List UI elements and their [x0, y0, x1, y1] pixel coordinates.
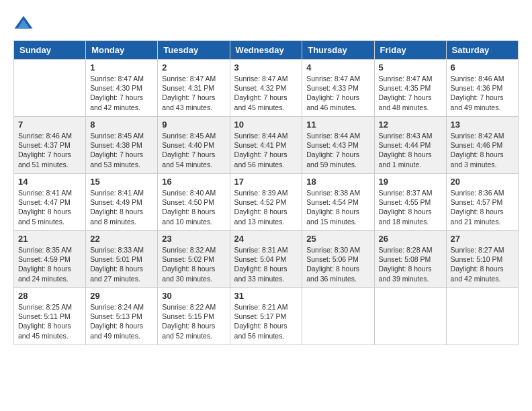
day-info: Sunrise: 8:45 AMSunset: 4:40 PMDaylight:…	[162, 131, 225, 169]
day-info: Sunrise: 8:32 AMSunset: 5:02 PMDaylight:…	[162, 245, 225, 283]
day-number: 13	[451, 120, 514, 130]
day-info: Sunrise: 8:36 AMSunset: 4:57 PMDaylight:…	[451, 188, 514, 226]
day-number: 29	[90, 291, 153, 301]
day-info: Sunrise: 8:45 AMSunset: 4:38 PMDaylight:…	[90, 131, 153, 169]
day-number: 23	[162, 234, 225, 244]
day-number: 9	[162, 120, 225, 130]
day-info: Sunrise: 8:22 AMSunset: 5:15 PMDaylight:…	[162, 302, 225, 340]
day-number: 14	[18, 177, 81, 187]
day-number: 19	[379, 177, 442, 187]
day-info: Sunrise: 8:28 AMSunset: 5:08 PMDaylight:…	[379, 245, 442, 283]
day-number: 31	[234, 291, 298, 301]
header	[13, 13, 519, 34]
calendar-cell: 8Sunrise: 8:45 AMSunset: 4:38 PMDaylight…	[86, 117, 158, 174]
day-info: Sunrise: 8:41 AMSunset: 4:47 PMDaylight:…	[18, 188, 81, 226]
calendar-cell: 25Sunrise: 8:30 AMSunset: 5:06 PMDayligh…	[302, 231, 374, 288]
calendar-cell: 13Sunrise: 8:42 AMSunset: 4:46 PMDayligh…	[446, 117, 518, 174]
calendar-cell: 26Sunrise: 8:28 AMSunset: 5:08 PMDayligh…	[374, 231, 446, 288]
calendar-week-row: 28Sunrise: 8:25 AMSunset: 5:11 PMDayligh…	[14, 288, 519, 345]
day-info: Sunrise: 8:47 AMSunset: 4:35 PMDaylight:…	[379, 74, 442, 112]
day-number: 27	[451, 234, 514, 244]
day-number: 30	[162, 291, 225, 301]
weekday-header-sunday: Sunday	[14, 41, 86, 60]
day-info: Sunrise: 8:39 AMSunset: 4:52 PMDaylight:…	[234, 188, 298, 226]
calendar-cell: 19Sunrise: 8:37 AMSunset: 4:55 PMDayligh…	[374, 174, 446, 231]
calendar-cell: 20Sunrise: 8:36 AMSunset: 4:57 PMDayligh…	[446, 174, 518, 231]
day-info: Sunrise: 8:38 AMSunset: 4:54 PMDaylight:…	[306, 188, 369, 226]
calendar-cell	[14, 60, 86, 117]
day-number: 16	[162, 177, 225, 187]
calendar-cell: 14Sunrise: 8:41 AMSunset: 4:47 PMDayligh…	[14, 174, 86, 231]
day-number: 4	[306, 62, 369, 73]
calendar-cell: 29Sunrise: 8:24 AMSunset: 5:13 PMDayligh…	[86, 288, 158, 345]
day-number: 21	[18, 234, 81, 244]
day-number: 5	[379, 62, 442, 73]
day-info: Sunrise: 8:27 AMSunset: 5:10 PMDaylight:…	[451, 245, 514, 283]
day-number: 12	[379, 120, 442, 130]
day-info: Sunrise: 8:30 AMSunset: 5:06 PMDaylight:…	[306, 245, 369, 283]
day-info: Sunrise: 8:21 AMSunset: 5:17 PMDaylight:…	[234, 302, 298, 340]
calendar-cell	[302, 288, 374, 345]
weekday-header-wednesday: Wednesday	[230, 41, 302, 60]
day-info: Sunrise: 8:47 AMSunset: 4:30 PMDaylight:…	[90, 74, 153, 112]
day-number: 8	[90, 120, 153, 130]
calendar-cell	[374, 288, 446, 345]
day-info: Sunrise: 8:40 AMSunset: 4:50 PMDaylight:…	[162, 188, 225, 226]
calendar-week-row: 1Sunrise: 8:47 AMSunset: 4:30 PMDaylight…	[14, 60, 519, 117]
day-number: 11	[306, 120, 369, 130]
day-info: Sunrise: 8:35 AMSunset: 4:59 PMDaylight:…	[18, 245, 81, 283]
day-number: 17	[234, 177, 298, 187]
day-info: Sunrise: 8:25 AMSunset: 5:11 PMDaylight:…	[18, 302, 81, 340]
calendar-cell: 24Sunrise: 8:31 AMSunset: 5:04 PMDayligh…	[230, 231, 302, 288]
day-info: Sunrise: 8:37 AMSunset: 4:55 PMDaylight:…	[379, 188, 442, 226]
calendar-cell: 12Sunrise: 8:43 AMSunset: 4:44 PMDayligh…	[374, 117, 446, 174]
day-number: 3	[234, 62, 298, 73]
weekday-header-saturday: Saturday	[446, 41, 518, 60]
day-info: Sunrise: 8:33 AMSunset: 5:01 PMDaylight:…	[90, 245, 153, 283]
day-info: Sunrise: 8:47 AMSunset: 4:33 PMDaylight:…	[306, 74, 369, 112]
day-number: 24	[234, 234, 298, 244]
day-number: 7	[18, 120, 81, 130]
weekday-header-friday: Friday	[374, 41, 446, 60]
day-number: 20	[451, 177, 514, 187]
day-info: Sunrise: 8:46 AMSunset: 4:36 PMDaylight:…	[451, 74, 514, 112]
day-info: Sunrise: 8:46 AMSunset: 4:37 PMDaylight:…	[18, 131, 81, 169]
day-number: 26	[379, 234, 442, 244]
calendar-cell: 15Sunrise: 8:41 AMSunset: 4:49 PMDayligh…	[86, 174, 158, 231]
day-number: 18	[306, 177, 369, 187]
calendar-cell: 5Sunrise: 8:47 AMSunset: 4:35 PMDaylight…	[374, 60, 446, 117]
day-number: 2	[162, 62, 225, 73]
day-info: Sunrise: 8:44 AMSunset: 4:41 PMDaylight:…	[234, 131, 298, 169]
weekday-header-row: SundayMondayTuesdayWednesdayThursdayFrid…	[14, 41, 519, 60]
day-number: 25	[306, 234, 369, 244]
calendar-cell: 23Sunrise: 8:32 AMSunset: 5:02 PMDayligh…	[158, 231, 230, 288]
logo	[13, 13, 36, 34]
day-number: 28	[18, 291, 81, 301]
day-number: 1	[90, 62, 153, 73]
calendar-cell	[446, 288, 518, 345]
calendar-cell: 2Sunrise: 8:47 AMSunset: 4:31 PMDaylight…	[158, 60, 230, 117]
weekday-header-tuesday: Tuesday	[158, 41, 230, 60]
day-number: 10	[234, 120, 298, 130]
calendar-table: SundayMondayTuesdayWednesdayThursdayFrid…	[13, 40, 519, 345]
calendar-cell: 30Sunrise: 8:22 AMSunset: 5:15 PMDayligh…	[158, 288, 230, 345]
calendar-cell: 18Sunrise: 8:38 AMSunset: 4:54 PMDayligh…	[302, 174, 374, 231]
calendar-cell: 21Sunrise: 8:35 AMSunset: 4:59 PMDayligh…	[14, 231, 86, 288]
day-number: 22	[90, 234, 153, 244]
calendar-cell: 31Sunrise: 8:21 AMSunset: 5:17 PMDayligh…	[230, 288, 302, 345]
day-info: Sunrise: 8:24 AMSunset: 5:13 PMDaylight:…	[90, 302, 153, 340]
calendar-cell: 27Sunrise: 8:27 AMSunset: 5:10 PMDayligh…	[446, 231, 518, 288]
day-number: 15	[90, 177, 153, 187]
calendar-cell: 6Sunrise: 8:46 AMSunset: 4:36 PMDaylight…	[446, 60, 518, 117]
day-info: Sunrise: 8:31 AMSunset: 5:04 PMDaylight:…	[234, 245, 298, 283]
calendar-cell: 1Sunrise: 8:47 AMSunset: 4:30 PMDaylight…	[86, 60, 158, 117]
day-info: Sunrise: 8:43 AMSunset: 4:44 PMDaylight:…	[379, 131, 442, 169]
calendar-week-row: 7Sunrise: 8:46 AMSunset: 4:37 PMDaylight…	[14, 117, 519, 174]
calendar-cell: 10Sunrise: 8:44 AMSunset: 4:41 PMDayligh…	[230, 117, 302, 174]
calendar-cell: 3Sunrise: 8:47 AMSunset: 4:32 PMDaylight…	[230, 60, 302, 117]
calendar-cell: 22Sunrise: 8:33 AMSunset: 5:01 PMDayligh…	[86, 231, 158, 288]
day-number: 6	[451, 62, 514, 73]
day-info: Sunrise: 8:44 AMSunset: 4:43 PMDaylight:…	[306, 131, 369, 169]
calendar-cell: 16Sunrise: 8:40 AMSunset: 4:50 PMDayligh…	[158, 174, 230, 231]
weekday-header-monday: Monday	[86, 41, 158, 60]
